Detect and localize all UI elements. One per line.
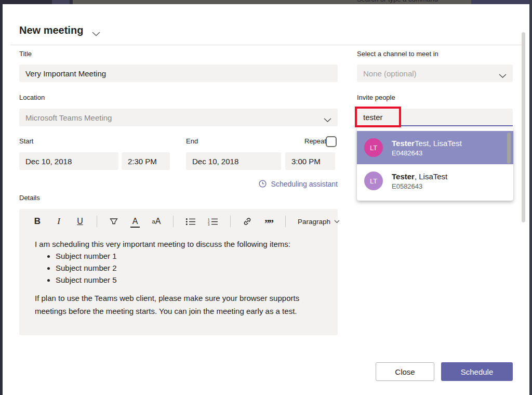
channel-value: None (optional) [363,69,417,78]
bullet-item: Subject number 2 [56,262,322,274]
toolbar-divider [230,216,231,227]
scheduling-assistant-label: Scheduling assistant [271,180,338,188]
toolbar-divider [173,216,174,227]
chevron-down-icon[interactable] [92,29,100,38]
scheduling-assistant-link[interactable]: Scheduling assistant [19,180,338,189]
app-frame-left-edge [0,0,3,395]
blockquote-icon[interactable]: ”” [264,215,273,228]
suggestion-id: E0482643 [392,149,462,157]
teams-new-meeting-screen: Search or type a command New meeting Tit… [0,0,532,395]
svg-text:3: 3 [208,223,210,226]
channel-select[interactable]: None (optional) [357,64,513,82]
command-search-box[interactable]: Search or type a command [322,0,473,3]
channel-label: Select a channel to meet in [357,50,438,58]
start-date-input[interactable]: Dec 10, 2018 [19,152,118,170]
toolbar-divider [285,216,286,227]
bullet-item: Subject number 1 [56,250,322,262]
start-label: Start [19,137,33,145]
close-button[interactable]: Close [376,362,434,381]
location-label: Location [19,94,45,101]
details-outro: If plan to use the Teams web client, ple… [35,292,322,318]
details-intro: I am scheduling this very important meet… [35,238,322,250]
italic-icon[interactable]: I [54,215,63,228]
title-bar-right-segment [471,0,532,4]
details-editor[interactable]: B I U A aA 123 ”” [19,209,338,335]
suggestion-name-match: Tester [392,139,415,148]
people-suggestions-dropdown: LT TesterTest, LisaTest E0482643 LT Test… [357,128,513,201]
suggestion-row[interactable]: LT Tester, LisaTest E0582643 [357,164,513,198]
dialog-scrollbar-thumb[interactable] [522,32,525,222]
details-bullet-list: Subject number 1 Subject number 2 Subjec… [35,250,322,286]
invite-people-input[interactable]: tester [357,109,513,126]
start-time-input[interactable]: 2:30 PM [122,152,170,170]
app-frame-right-edge [529,0,532,395]
teams-title-bar: Search or type a command [0,0,532,4]
location-select[interactable]: Microsoft Teams Meeting [19,109,338,126]
header-divider [10,45,524,45]
title-bar-button[interactable] [52,0,70,4]
suggestion-text: TesterTest, LisaTest E0482643 [392,139,462,157]
suggestion-name-match: Tester [392,172,415,181]
highlighter-icon[interactable] [109,215,118,228]
suggestion-name-rest: , LisaTest [415,172,447,181]
schedule-button[interactable]: Schedule [441,362,513,381]
dialog-scrollbar-track[interactable] [522,4,528,395]
bullet-item: Subject number 5 [56,274,322,286]
bold-icon[interactable]: B [33,215,42,228]
link-icon[interactable] [243,215,252,228]
underline-icon[interactable]: U [75,215,85,228]
location-value: Microsoft Teams Meeting [25,113,112,122]
page-title: New meeting [19,24,83,36]
chevron-down-icon [499,71,507,80]
end-time-input[interactable]: 3:00 PM [285,152,335,170]
toolbar-divider [97,216,97,227]
dropdown-scrollbar-thumb[interactable] [507,133,511,164]
suggestion-name: TesterTest, LisaTest [392,139,462,148]
repeat-label: Repeat [304,137,326,145]
title-input[interactable]: Very Important Meeting [19,64,338,82]
paragraph-style-dropdown[interactable]: Paragraph [298,218,340,226]
suggestion-name: Tester, LisaTest [392,172,447,181]
suggestion-name-rest: Test, LisaTest [415,139,462,148]
bullet-list-icon[interactable] [185,215,196,228]
suggestion-id: E0582643 [392,182,447,190]
details-label: Details [19,194,40,202]
new-meeting-dialog: New meeting Title Very Important Meeting… [3,4,529,395]
chevron-down-icon [334,220,340,223]
avatar: LT [364,138,383,157]
chevron-down-icon [324,115,331,124]
repeat-checkbox[interactable] [326,136,337,147]
avatar: LT [364,172,383,190]
details-text[interactable]: I am scheduling this very important meet… [35,238,322,318]
end-label: End [186,137,198,145]
suggestion-text: Tester, LisaTest E0582643 [392,172,447,190]
title-label: Title [19,50,32,58]
clock-icon [259,181,269,189]
numbered-list-icon[interactable]: 123 [208,215,218,228]
font-size-icon[interactable]: aA [152,215,161,228]
font-color-icon[interactable]: A [130,215,140,228]
suggestion-row[interactable]: LT TesterTest, LisaTest E0482643 [357,131,513,164]
invite-people-label: Invite people [357,94,395,101]
paragraph-style-label: Paragraph [298,218,330,226]
editor-toolbar: B I U A aA 123 ”” [33,214,340,229]
end-date-input[interactable]: Dec 10, 2018 [186,152,281,170]
